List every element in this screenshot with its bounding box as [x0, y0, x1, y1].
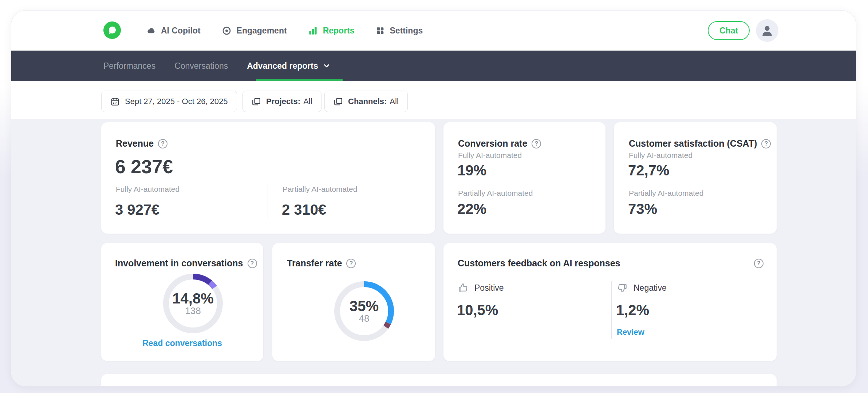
conversion-fully-value: 19%: [457, 162, 486, 179]
involvement-donut-chart: 14,8% 138: [163, 274, 223, 333]
channels-filter[interactable]: Channels: All: [324, 91, 408, 112]
date-range-value: Sept 27, 2025 - Oct 26, 2025: [125, 97, 228, 106]
involvement-count: 138: [185, 306, 201, 316]
person-icon: [760, 24, 774, 37]
grid-icon: [376, 26, 385, 35]
revenue-card: Revenue ? 6 237€ Fully AI-automated 3 92…: [101, 122, 435, 234]
app-window: AI Copilot Engagement Reports Settings: [11, 10, 856, 386]
involvement-percent: 14,8%: [172, 291, 213, 306]
tab-label: Advanced reports: [247, 61, 318, 71]
csat-partially-value: 73%: [628, 201, 657, 217]
reports-subnav: Performances Conversations Advanced repo…: [11, 51, 856, 81]
reports-content-panel: Revenue ? 6 237€ Fully AI-automated 3 92…: [11, 119, 856, 386]
tab-conversations[interactable]: Conversations: [174, 61, 228, 71]
date-range-filter[interactable]: Sept 27, 2025 - Oct 26, 2025: [101, 91, 237, 112]
transfer-title: Transfer rate: [287, 258, 342, 269]
next-row-card-partial: ?: [101, 374, 777, 386]
revenue-partially-value: 2 310€: [282, 202, 326, 218]
projects-filter[interactable]: Projects: All: [242, 91, 321, 112]
divider: [268, 184, 268, 219]
positive-value: 10,5%: [457, 302, 498, 318]
projects-label: Projects:: [266, 97, 300, 106]
avatar[interactable]: [756, 19, 778, 42]
help-icon[interactable]: ?: [346, 259, 356, 268]
revenue-partially-label: Partially AI-automated: [283, 185, 357, 194]
thumbs-down-icon: [617, 282, 628, 293]
csat-card: Customer satisfaction (CSAT) ? Fully AI-…: [614, 122, 777, 234]
conversion-rate-card: Conversion rate ? Fully AI-automated 19%…: [443, 122, 605, 234]
top-header: AI Copilot Engagement Reports Settings: [11, 11, 856, 51]
help-icon[interactable]: ?: [532, 139, 541, 148]
channels-value: All: [390, 97, 398, 106]
conversion-partially-value: 22%: [457, 201, 486, 217]
transfer-donut-chart: 35% 48: [334, 281, 394, 341]
nav-label: Reports: [323, 26, 355, 36]
layers-icon: [252, 97, 261, 106]
tab-advanced-reports[interactable]: Advanced reports: [247, 61, 331, 71]
negative-value: 1,2%: [616, 302, 649, 318]
nav-item-ai-copilot[interactable]: AI Copilot: [146, 26, 201, 36]
negative-label: Negative: [634, 283, 667, 293]
main-nav: AI Copilot Engagement Reports Settings: [146, 11, 423, 51]
csat-title: Customer satisfaction (CSAT): [629, 138, 757, 149]
target-icon: [222, 26, 232, 36]
revenue-title: Revenue: [116, 138, 154, 149]
involvement-title: Involvement in conversations: [115, 258, 243, 269]
cloud-icon: [146, 26, 156, 36]
involvement-card: Involvement in conversations ? 14,8% 138…: [101, 243, 263, 361]
help-icon[interactable]: ?: [248, 259, 257, 268]
calendar-icon: [110, 97, 120, 106]
read-conversations-link[interactable]: Read conversations: [142, 338, 222, 348]
nav-item-settings[interactable]: Settings: [376, 26, 423, 36]
positive-label: Positive: [474, 283, 504, 293]
revenue-fully-label: Fully AI-automated: [116, 185, 179, 194]
help-icon[interactable]: ?: [754, 259, 764, 268]
revenue-total: 6 237€: [115, 156, 173, 178]
transfer-percent: 35%: [350, 298, 379, 314]
csat-fully-label: Fully AI-automated: [629, 151, 693, 160]
conversion-title: Conversion rate: [458, 138, 527, 149]
transfer-rate-card: Transfer rate ? 35% 48: [272, 243, 435, 361]
csat-fully-value: 72,7%: [628, 162, 669, 179]
conversion-partially-label: Partially AI-automated: [458, 189, 533, 198]
transfer-count: 48: [359, 314, 370, 323]
nav-label: AI Copilot: [161, 26, 201, 36]
chat-button[interactable]: Chat: [708, 21, 750, 40]
filter-bar: Sept 27, 2025 - Oct 26, 2025 Projects: A…: [11, 81, 856, 119]
feedback-card: Customers feedback on AI responses ? Pos…: [443, 243, 777, 361]
tab-performances[interactable]: Performances: [103, 61, 155, 71]
nav-label: Settings: [390, 26, 423, 36]
app-logo-icon[interactable]: [103, 21, 121, 39]
nav-item-engagement[interactable]: Engagement: [222, 26, 287, 36]
csat-partially-label: Partially AI-automated: [629, 189, 703, 198]
revenue-fully-value: 3 927€: [115, 202, 159, 218]
review-link[interactable]: Review: [617, 328, 644, 337]
conversion-fully-label: Fully AI-automated: [458, 151, 522, 160]
projects-value: All: [303, 97, 312, 106]
bar-chart-icon: [308, 26, 318, 36]
divider: [611, 281, 612, 339]
nav-label: Engagement: [237, 26, 287, 36]
chevron-down-icon: [323, 62, 331, 70]
channels-label: Channels:: [348, 97, 387, 106]
help-icon[interactable]: ?: [761, 139, 771, 148]
thumbs-up-icon: [458, 282, 469, 293]
help-icon[interactable]: ?: [158, 139, 167, 148]
feedback-title: Customers feedback on AI responses: [458, 258, 620, 269]
nav-item-reports[interactable]: Reports: [308, 26, 355, 36]
layers-icon: [334, 97, 343, 106]
